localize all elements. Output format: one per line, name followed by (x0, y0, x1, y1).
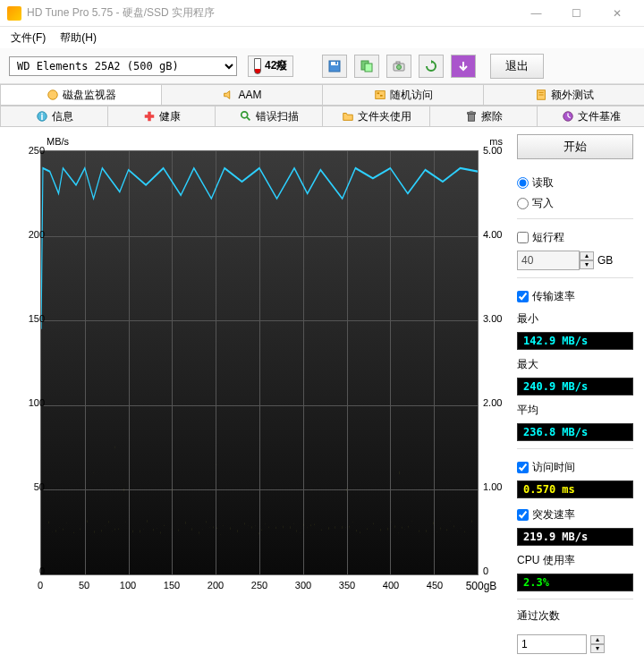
screenshot-button[interactable] (386, 55, 411, 78)
svg-point-19 (241, 112, 247, 118)
tab-erase[interactable]: 擦除 (429, 106, 538, 126)
svg-point-6 (397, 64, 402, 69)
access-time-check[interactable]: 访问时间 (517, 460, 633, 475)
pass-label: 通过次数 (517, 608, 633, 624)
tab-disk-monitor[interactable]: 磁盘监视器 (0, 84, 162, 105)
thermometer-icon (254, 58, 261, 74)
main-content: MB/s ms 250 200 150 100 50 0 5.00 4.00 3… (0, 127, 644, 663)
svg-rect-10 (377, 92, 379, 94)
start-button[interactable]: 开始 (517, 134, 633, 159)
window-title: HD Tune Pro 5.75 - 硬盘/SSD 实用程序 (27, 5, 516, 21)
exit-button[interactable]: 退出 (490, 54, 544, 79)
y-axis-left-label: MB/s (47, 136, 69, 147)
tab-health[interactable]: 健康 (107, 106, 216, 126)
tabs-bottom: i信息 健康 错误扫描 文件夹使用 擦除 文件基准 (0, 106, 644, 127)
avg-label: 平均 (517, 403, 633, 418)
min-value: 142.9 MB/s (517, 332, 633, 350)
toolbar: WD Elements 25A2 (500 gB) 42癈 退出 (0, 48, 644, 84)
sidebar: 开始 读取 写入 短行程 ▴▾ GB 传输速率 最小 142.9 MB/s 最大… (517, 134, 633, 663)
svg-rect-23 (470, 111, 473, 113)
drive-select[interactable]: WD Elements 25A2 (500 gB) (9, 56, 237, 76)
svg-rect-18 (144, 115, 154, 118)
titlebar: HD Tune Pro 5.75 - 硬盘/SSD 实用程序 — ☐ ✕ (0, 0, 644, 27)
menubar: 文件(F) 帮助(H) (0, 27, 644, 48)
svg-line-20 (246, 117, 250, 121)
download-button[interactable] (451, 55, 476, 78)
menu-file[interactable]: 文件(F) (4, 29, 53, 47)
pass-input[interactable] (517, 634, 587, 654)
svg-rect-22 (467, 113, 475, 115)
access-value: 0.570 ms (517, 480, 633, 498)
temperature-value: 42癈 (265, 58, 287, 73)
min-label: 最小 (517, 311, 633, 327)
maximize-button[interactable]: ☐ (556, 1, 597, 26)
svg-rect-21 (468, 114, 474, 121)
tab-extra-tests[interactable]: 额外测试 (483, 84, 644, 105)
svg-rect-2 (335, 62, 337, 64)
chart-plot (40, 150, 479, 575)
svg-text:i: i (40, 111, 43, 122)
svg-rect-7 (396, 62, 400, 64)
access-scatter (41, 151, 478, 574)
cpu-value: 2.3% (517, 574, 633, 591)
app-icon (7, 6, 21, 21)
svg-point-8 (47, 90, 57, 100)
tab-error-scan[interactable]: 错误扫描 (215, 106, 323, 126)
short-stroke-check[interactable]: 短行程 (517, 230, 633, 245)
tab-info[interactable]: i信息 (0, 106, 108, 126)
stroke-input[interactable] (517, 251, 580, 270)
minimize-button[interactable]: — (516, 1, 556, 26)
svg-rect-4 (365, 64, 372, 72)
cpu-label: CPU 使用率 (517, 553, 633, 568)
pass-spinner[interactable]: ▴▾ (590, 635, 605, 653)
tabs-top: 磁盘监视器 AAM 随机访问 额外测试 (0, 84, 644, 106)
tab-random-access[interactable]: 随机访问 (322, 84, 484, 105)
refresh-button[interactable] (419, 55, 444, 78)
write-radio[interactable]: 写入 (517, 196, 633, 211)
tab-aam[interactable]: AAM (161, 84, 323, 105)
transfer-rate-check[interactable]: 传输速率 (517, 289, 633, 304)
tab-file-benchmark[interactable]: 文件基准 (537, 106, 644, 126)
svg-rect-11 (380, 95, 383, 97)
avg-value: 236.8 MB/s (517, 423, 633, 441)
save-button[interactable] (322, 55, 347, 78)
copy-button[interactable] (354, 55, 379, 78)
temperature-display: 42癈 (248, 55, 293, 77)
chart-area: MB/s ms 250 200 150 100 50 0 5.00 4.00 3… (9, 134, 510, 599)
close-button[interactable]: ✕ (597, 1, 637, 26)
stroke-spinner[interactable]: ▴▾ (580, 251, 594, 269)
menu-help[interactable]: 帮助(H) (53, 29, 104, 47)
burst-rate-check[interactable]: 突发速率 (517, 507, 633, 523)
max-value: 240.9 MB/s (517, 378, 633, 395)
tab-folder-usage[interactable]: 文件夹使用 (322, 106, 430, 126)
read-radio[interactable]: 读取 (517, 175, 633, 191)
burst-value: 219.9 MB/s (517, 528, 633, 546)
max-label: 最大 (517, 357, 633, 372)
